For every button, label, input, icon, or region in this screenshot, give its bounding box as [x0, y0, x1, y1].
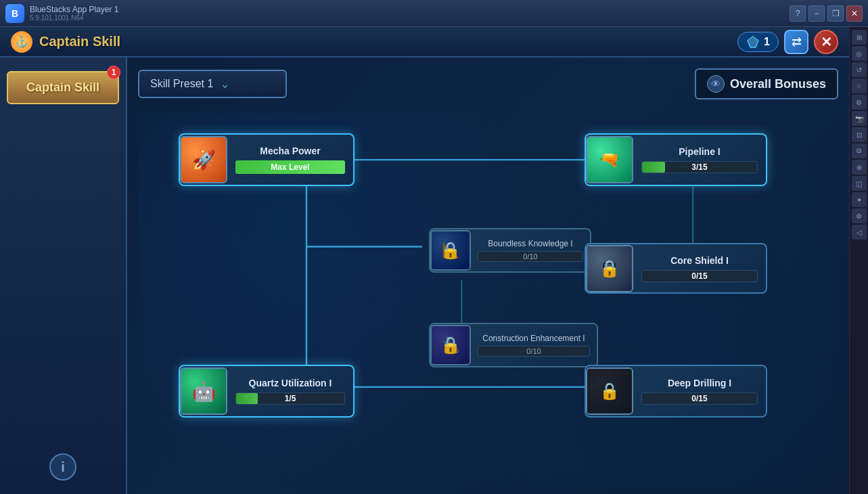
swap-button[interactable]: ⇄	[784, 30, 808, 54]
titlebar-left: B BlueStacks App Player 1 5.9.101.1001 N…	[5, 4, 118, 23]
main-content: 1 Captain Skill i Skill Preset 1 ⌄ 👁 Ove…	[0, 58, 849, 494]
titlebar: B BlueStacks App Player 1 5.9.101.1001 N…	[0, 0, 868, 27]
pipeline-name: Pipeline I	[641, 146, 758, 157]
dropdown-arrow-icon: ⌄	[220, 76, 230, 91]
sidebar-tool-1[interactable]: ⊞	[852, 30, 867, 45]
sidebar-tool-5[interactable]: ⚙	[852, 95, 867, 110]
sidebar-tool-12[interactable]: ⚙	[852, 208, 867, 223]
sidebar-tool-6[interactable]: 📷	[852, 111, 867, 126]
boundless-knowledge-icon-box: 📐 🔒	[430, 230, 471, 271]
construction-enhancement-info: Construction Enhancement I 0/10	[471, 330, 597, 361]
bonuses-label: Overall Bonuses	[730, 77, 826, 91]
boundless-knowledge-progress-bar: 0/10	[478, 251, 583, 262]
skill-area: Skill Preset 1 ⌄ 👁 Overall Bonuses	[127, 58, 849, 494]
core-shield-progress-text: 0/15	[642, 271, 757, 282]
sidebar-tool-9[interactable]: ⊕	[852, 160, 867, 175]
construction-enhancement-name: Construction Enhancement I	[478, 334, 590, 343]
left-panel: 1 Captain Skill i	[0, 58, 127, 494]
pipeline-progress-bar: 3/15	[641, 161, 758, 173]
preset-bar: Skill Preset 1 ⌄ 👁 Overall Bonuses	[138, 68, 838, 99]
sidebar-tool-8[interactable]: ⧉	[852, 143, 867, 158]
header-right: 1 ⇄ ✕	[737, 30, 838, 54]
gem-number: 1	[764, 36, 770, 48]
deep-drilling-info: Deep Drilling I 0/15	[633, 372, 766, 410]
core-shield-node[interactable]: 🛡 🔒 Core Shield I 0/15	[585, 243, 767, 294]
mecha-power-name: Mecha Power	[235, 145, 345, 156]
quartz-utilization-progress-text: 1/5	[236, 393, 344, 404]
help-button[interactable]: ?	[790, 5, 806, 22]
core-shield-progress-bar: 0/15	[641, 270, 758, 282]
skill-preset-dropdown[interactable]: Skill Preset 1 ⌄	[138, 70, 287, 98]
gem-count-display: 1	[737, 32, 779, 52]
app-header: ⚓ Captain Skill 1 ⇄ ✕	[0, 27, 849, 58]
core-shield-icon-box: 🛡 🔒	[586, 245, 633, 292]
info-button[interactable]: i	[49, 453, 76, 480]
boundless-knowledge-lock: 🔒	[432, 231, 470, 269]
mecha-power-level: Max Level	[235, 160, 345, 174]
pipeline-info: Pipeline I 3/15	[633, 141, 766, 179]
deep-drilling-icon-box: ⚙ 🔒	[586, 367, 633, 415]
gem-icon	[746, 35, 760, 49]
close-app-button[interactable]: ✕	[814, 30, 838, 54]
quartz-utilization-icon: 🤖	[181, 369, 226, 413]
sidebar-tool-4[interactable]: ☆	[852, 78, 867, 93]
restore-button[interactable]: ❐	[827, 5, 844, 22]
captain-skill-label: Captain Skill	[7, 71, 119, 104]
construction-enhancement-lock: 🔒	[432, 326, 470, 364]
bluestacks-sidebar: ⊞ ◎ ↺ ☆ ⚙ 📷 ⊡ ⧉ ⊕ ◫ ✦ ⚙ ◁	[849, 27, 868, 494]
boundless-knowledge-name: Boundless Knowledge I	[478, 239, 583, 248]
deep-drilling-progress-bar: 0/15	[641, 392, 758, 405]
titlebar-controls: ? − ❐ ✕	[790, 5, 863, 22]
construction-enhancement-icon-box: 🔧 🔒	[430, 325, 471, 365]
boundless-knowledge-info: Boundless Knowledge I 0/10	[471, 235, 590, 266]
core-shield-info: Core Shield I 0/15	[633, 250, 766, 288]
quartz-utilization-info: Quartz Utilization I 1/5	[227, 372, 353, 410]
boundless-knowledge-progress-text: 0/10	[478, 252, 583, 261]
app-version: BlueStacks App Player 1 5.9.101.1001 N64	[30, 5, 118, 22]
tech-tree: 🚀 Mecha Power Max Level 🔫 Pipeline I 3/1…	[138, 113, 838, 487]
sidebar-tool-3[interactable]: ↺	[852, 62, 867, 77]
minimize-button[interactable]: −	[808, 5, 825, 22]
deep-drilling-node[interactable]: ⚙ 🔒 Deep Drilling I 0/15	[585, 365, 767, 418]
quartz-utilization-node[interactable]: 🤖 Quartz Utilization I 1/5	[179, 365, 355, 418]
core-shield-name: Core Shield I	[641, 255, 758, 266]
boundless-knowledge-node[interactable]: 📐 🔒 Boundless Knowledge I 0/10	[429, 228, 591, 273]
mecha-power-node[interactable]: 🚀 Mecha Power Max Level	[179, 133, 355, 186]
overall-bonuses-button[interactable]: 👁 Overall Bonuses	[695, 68, 838, 99]
pipeline-icon-box: 🔫	[586, 136, 633, 183]
notification-badge: 1	[107, 66, 120, 79]
mecha-power-icon-box: 🚀	[180, 136, 227, 183]
pipeline-progress-text: 3/15	[642, 162, 757, 173]
pipeline-node[interactable]: 🔫 Pipeline I 3/15	[585, 133, 767, 186]
deep-drilling-progress-text: 0/15	[642, 393, 757, 404]
sidebar-tool-11[interactable]: ✦	[852, 192, 867, 207]
header-icon: ⚓	[11, 31, 32, 53]
sidebar-tool-7[interactable]: ⊡	[852, 127, 867, 142]
preset-label: Skill Preset 1	[150, 78, 213, 90]
construction-enhancement-node[interactable]: 🔧 🔒 Construction Enhancement I 0/10	[429, 323, 598, 367]
sidebar-tool-2[interactable]: ◎	[852, 46, 867, 61]
close-titlebar-button[interactable]: ✕	[846, 5, 863, 22]
pipeline-icon: 🔫	[587, 137, 632, 182]
core-shield-lock: 🔒	[587, 246, 632, 291]
quartz-utilization-icon-box: 🤖	[180, 367, 227, 415]
page-title: Captain Skill	[39, 34, 737, 49]
construction-enhancement-progress-text: 0/10	[478, 346, 589, 356]
quartz-utilization-name: Quartz Utilization I	[235, 378, 345, 388]
deep-drilling-name: Deep Drilling I	[641, 378, 758, 388]
mecha-power-info: Mecha Power Max Level	[227, 140, 353, 179]
quartz-utilization-progress-bar: 1/5	[235, 392, 345, 405]
captain-skill-nav[interactable]: 1 Captain Skill	[0, 71, 126, 104]
mecha-power-icon: 🚀	[181, 137, 226, 182]
svg-marker-2	[748, 39, 758, 47]
sidebar-tool-10[interactable]: ◫	[852, 176, 867, 191]
app-logo: B	[5, 4, 24, 23]
eye-icon: 👁	[707, 75, 725, 93]
sidebar-tool-13[interactable]: ◁	[852, 225, 867, 240]
construction-enhancement-progress-bar: 0/10	[478, 346, 590, 357]
deep-drilling-lock: 🔒	[587, 369, 632, 413]
